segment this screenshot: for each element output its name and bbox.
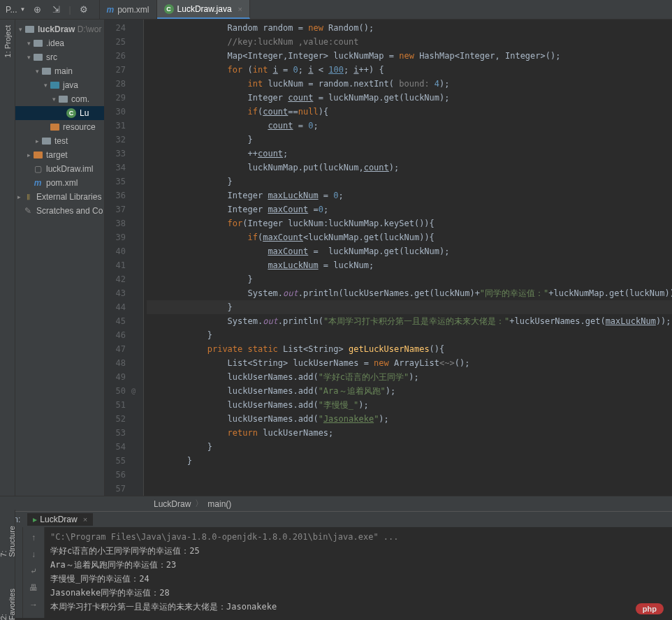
project-dropdown[interactable]: P... ▼	[3, 5, 25, 15]
tree-label: target	[46, 150, 68, 160]
gear-icon[interactable]: ⚙	[77, 3, 91, 16]
tree-row[interactable]: ▢luckDraw.iml	[15, 162, 104, 176]
scratches[interactable]: ✎ Scratches and Co	[15, 204, 104, 218]
tab-luckdraw[interactable]: C LuckDraw.java ×	[157, 0, 250, 19]
folder-icon	[57, 96, 68, 103]
tree-label: External Libraries	[36, 192, 101, 202]
tree-label: luckDraw.iml	[46, 164, 93, 174]
run-tab-label: LuckDraw	[40, 515, 77, 524]
tab-label: LuckDraw.java	[177, 4, 232, 14]
tree-label: pom.xml	[46, 178, 78, 188]
run-panel: Run: ▸ LuckDraw × ▶ ■ ≡ ⎘ ↑ ↓ ⤶ 🖶 → "C:\…	[0, 511, 672, 618]
tree-row[interactable]: ▾main	[15, 64, 104, 78]
folder-orange-icon	[32, 152, 43, 158]
tree-row[interactable]: mpom.xml	[15, 176, 104, 190]
up-icon[interactable]: ↑	[31, 533, 36, 542]
tree-label: test	[54, 136, 68, 146]
tree-arrow-icon[interactable]: ▾	[25, 40, 32, 47]
folder-icon	[32, 54, 43, 61]
breadcrumb-item[interactable]: LuckDraw	[154, 499, 191, 509]
main-toolbar: P... ▼ ⊕ ⇲ | ⚙ m pom.xml C LuckDraw.java…	[0, 0, 672, 20]
tree-arrow-icon[interactable]: ▾	[50, 96, 57, 103]
file-icon: ▢	[32, 164, 43, 174]
wrap-icon[interactable]: ⤶	[30, 566, 37, 576]
tab-pom[interactable]: m pom.xml	[100, 0, 157, 19]
tree-label: luckDraw	[38, 24, 75, 34]
run-toolbar-2: ↑ ↓ ⤶ 🖶 →	[22, 527, 45, 618]
run-tab[interactable]: ▸ LuckDraw ×	[27, 513, 93, 526]
tree-label: Lu	[80, 108, 89, 118]
tree-root[interactable]: ▾ luckDraw D:\wor	[15, 22, 104, 36]
tree-row[interactable]: CLu	[15, 106, 104, 120]
close-icon[interactable]: ×	[238, 5, 242, 13]
tree-label: java	[63, 80, 78, 90]
run-header: Run: ▸ LuckDraw ×	[0, 512, 672, 527]
folder-orange-icon	[49, 124, 60, 131]
project-tree[interactable]: ▾ luckDraw D:\wor ▾.idea▾src▾main▾java▾c…	[15, 20, 105, 496]
structure-tool-button[interactable]: 7: Structure	[0, 518, 16, 557]
print-icon[interactable]: 🖶	[29, 583, 38, 593]
left-toolwindow-bar: 1: Project	[0, 20, 15, 496]
tree-arrow-icon[interactable]: ▾	[34, 68, 41, 75]
run-icon: ▸	[33, 515, 37, 524]
tree-arrow-icon[interactable]: ▾	[25, 54, 32, 61]
chevron-right-icon[interactable]: ▸	[15, 193, 22, 200]
export-icon[interactable]: →	[29, 600, 38, 610]
tree-label: resource	[63, 122, 96, 132]
run-body: ▶ ■ ≡ ⎘ ↑ ↓ ⤶ 🖶 → "C:\Program Files\Java…	[0, 527, 672, 618]
tree-label: src	[46, 52, 57, 62]
tree-arrow-icon[interactable]: ▸	[25, 152, 32, 158]
tab-label: pom.xml	[117, 5, 149, 15]
tree-label: main	[54, 66, 73, 76]
folder-icon	[24, 26, 35, 33]
collapse-icon[interactable]: ⇲	[50, 3, 63, 16]
tree-arrow-icon[interactable]: ▾	[42, 82, 49, 89]
editor-tabs: m pom.xml C LuckDraw.java ×	[99, 0, 251, 19]
close-icon[interactable]: ×	[83, 515, 87, 524]
console-output[interactable]: "C:\Program Files\Java\java-1.8.0-openjd…	[45, 527, 672, 618]
tree-row[interactable]: ▸target	[15, 148, 104, 162]
breadcrumb-item[interactable]: main()	[207, 499, 231, 509]
tree-row[interactable]: ▸test	[15, 134, 104, 148]
target-icon[interactable]: ⊕	[31, 3, 44, 16]
folder-icon	[41, 68, 52, 75]
down-icon[interactable]: ↓	[31, 549, 36, 559]
chevron-right-icon: 〉	[195, 498, 203, 510]
breadcrumb: LuckDraw 〉 main()	[0, 496, 672, 511]
left-toolwindow-bar-bottom: 7: Structure 2: Favorites	[0, 510, 15, 620]
library-icon: ⫴	[22, 192, 34, 202]
folder-blue-icon	[49, 82, 60, 89]
folder-icon	[32, 40, 43, 47]
tree-label: com.	[71, 94, 89, 104]
maven-icon: m	[107, 5, 115, 15]
tree-row[interactable]: ▾src	[15, 50, 104, 64]
gutter-icons: @	[131, 20, 144, 496]
m-icon: m	[32, 178, 43, 188]
tree-row[interactable]: resource	[15, 120, 104, 134]
tree-path: D:\wor	[78, 24, 102, 34]
tree-label: .idea	[46, 38, 64, 48]
external-libraries[interactable]: ▸ ⫴ External Libraries	[15, 190, 104, 204]
tree-row[interactable]: ▾.idea	[15, 36, 104, 50]
main-area: 1: Project ▾ luckDraw D:\wor ▾.idea▾src▾…	[0, 20, 672, 496]
class-icon: C	[164, 4, 174, 14]
c-icon: C	[66, 108, 77, 118]
tree-row[interactable]: ▾com.	[15, 92, 104, 106]
chevron-down-icon: ▼	[20, 6, 25, 13]
code-body[interactable]: Random random = new Random(); //key:luck…	[144, 20, 672, 496]
code-editor[interactable]: 2425262728293031323334353637383940414243…	[105, 20, 672, 496]
favorites-tool-button[interactable]: 2: Favorites	[0, 581, 16, 620]
tree-arrow-icon[interactable]: ▸	[34, 138, 41, 145]
folder-icon	[41, 138, 52, 145]
project-label: P...	[6, 5, 17, 15]
project-tool-button[interactable]: 1: Project	[3, 25, 12, 57]
scratch-icon: ✎	[22, 206, 34, 216]
watermark: php	[636, 603, 664, 614]
line-numbers: 2425262728293031323334353637383940414243…	[105, 20, 131, 496]
tree-label: Scratches and Co	[36, 206, 103, 216]
tree-row[interactable]: ▾java	[15, 78, 104, 92]
chevron-down-icon[interactable]: ▾	[17, 26, 24, 33]
